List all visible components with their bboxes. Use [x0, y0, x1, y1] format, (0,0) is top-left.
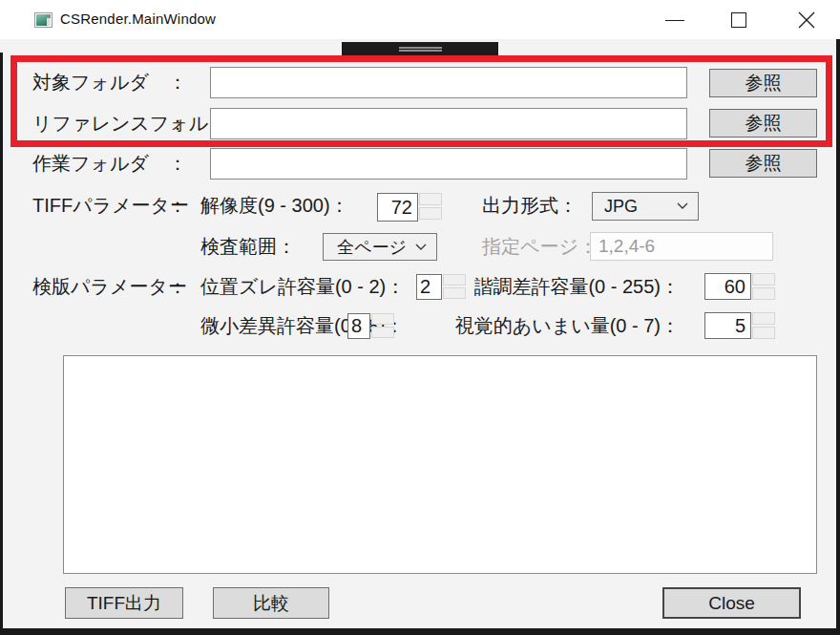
pages-label: 指定ページ：	[482, 232, 598, 261]
minimize-button[interactable]	[653, 0, 697, 39]
visual-fuzz-label: 視覚的あいまい量(0 - 7)：	[401, 311, 680, 340]
reference-folder-colon: ：	[168, 109, 187, 138]
grip-line	[399, 50, 442, 52]
proof-parameters-colon: ：	[168, 272, 187, 301]
spin-up-button[interactable]	[371, 313, 394, 325]
tiff-parameters-label: TIFFパラメーター	[32, 191, 189, 220]
window-title: CSRender.MainWindow	[60, 11, 216, 27]
target-folder-input[interactable]	[210, 67, 687, 98]
position-tolerance-label: 位置ズレ許容量(0 - 2)：	[200, 272, 405, 301]
tiff-parameters-colon: ：	[168, 191, 187, 220]
proof-parameters-label: 検版パラメーター	[32, 272, 187, 301]
tone-tolerance-spinner-value[interactable]: 60	[704, 273, 751, 300]
spin-down-button[interactable]	[752, 327, 775, 339]
inspect-range-value: 全ページ	[337, 236, 407, 259]
visual-fuzz-spinner-buttons	[752, 312, 775, 339]
work-folder-browse-button[interactable]: 参照	[709, 149, 817, 178]
spin-down-button[interactable]	[371, 327, 394, 338]
output-format-combobox[interactable]: JPG	[592, 192, 699, 221]
chevron-down-icon	[415, 243, 427, 251]
title-bar: CSRender.MainWindow	[0, 0, 840, 39]
spin-down-button[interactable]	[419, 207, 442, 220]
output-format-value: JPG	[604, 197, 638, 217]
target-folder-colon: ：	[168, 68, 187, 96]
desktop-edge-right	[836, 39, 840, 628]
resolution-label: 解像度(9 - 300)：	[200, 191, 349, 220]
log-textarea[interactable]	[63, 355, 817, 574]
work-folder-input[interactable]	[210, 148, 687, 180]
visual-fuzz-spinner-value[interactable]: 5	[704, 312, 751, 339]
desktop-edge-bottom	[0, 628, 840, 635]
maximize-button[interactable]	[717, 0, 761, 39]
desktop-edge-left	[0, 53, 3, 628]
app-icon-picture	[36, 14, 47, 26]
close-icon	[798, 11, 815, 29]
spin-up-button[interactable]	[752, 273, 775, 286]
minimize-icon	[665, 20, 684, 21]
spin-down-button[interactable]	[752, 287, 775, 300]
close-button[interactable]: Close	[662, 587, 801, 619]
reference-folder-input[interactable]	[210, 108, 687, 139]
spin-up-button[interactable]	[419, 193, 442, 205]
close-window-button[interactable]	[785, 0, 829, 39]
target-folder-browse-button[interactable]: 参照	[709, 69, 817, 97]
micro-diff-spinner-value[interactable]: 8	[347, 313, 370, 339]
chevron-down-icon	[677, 202, 688, 210]
work-folder-colon: ：	[168, 149, 187, 178]
micro-diff-spinner-buttons	[371, 313, 394, 339]
app-icon	[34, 12, 52, 28]
inspect-range-combobox[interactable]: 全ページ	[323, 233, 437, 261]
resolution-spinner-buttons	[419, 193, 442, 222]
target-folder-label: 対象フォルダ	[32, 68, 149, 96]
tiff-output-button[interactable]: TIFF出力	[65, 587, 183, 619]
tone-tolerance-label: 諧調差許容量(0 - 255)：	[410, 272, 680, 301]
inspect-range-label: 検査範囲：	[200, 232, 296, 261]
reference-folder-browse-button[interactable]: 参照	[709, 109, 817, 138]
compare-button[interactable]: 比較	[213, 587, 329, 619]
app-icon-notch	[47, 14, 51, 18]
tone-tolerance-spinner-buttons	[752, 273, 775, 300]
top-grip-tab[interactable]	[342, 42, 498, 55]
maximize-icon	[731, 12, 746, 28]
reference-folder-label: リファレンスフォルダ	[32, 109, 228, 138]
work-folder-label: 作業フォルダ	[32, 149, 149, 178]
spin-up-button[interactable]	[752, 312, 775, 325]
grip-line	[399, 47, 442, 49]
output-format-label: 出力形式：	[482, 191, 578, 220]
resolution-spinner-value[interactable]: 72	[377, 193, 418, 222]
pages-input[interactable]	[590, 232, 773, 261]
